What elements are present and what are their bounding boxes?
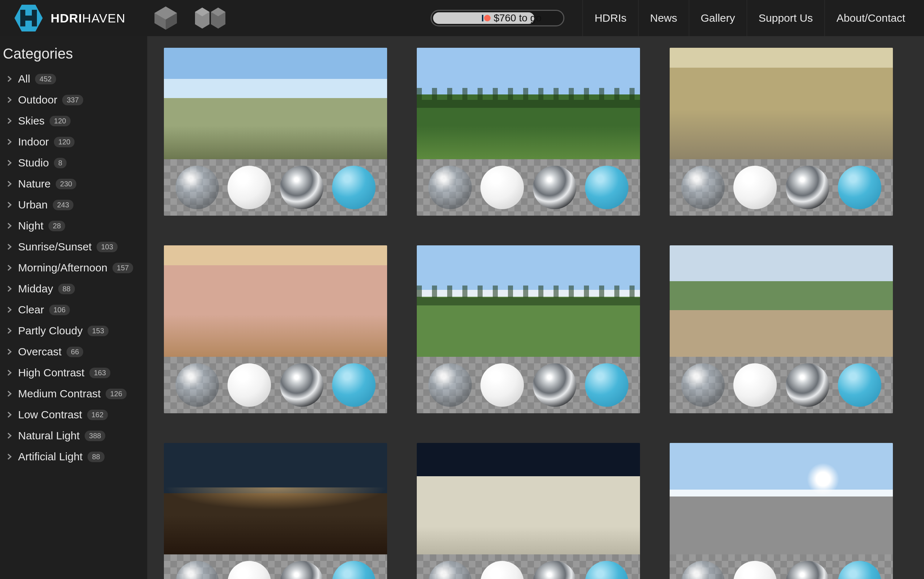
category-natural-light[interactable]: Natural Light388: [2, 425, 147, 446]
sphere-chrome: [533, 363, 576, 407]
sphere-diffuse: [733, 561, 777, 579]
hdri-card[interactable]: [670, 245, 893, 413]
category-all[interactable]: All452: [2, 69, 147, 89]
render-spheres: [164, 357, 387, 413]
hdri-card[interactable]: [164, 245, 387, 413]
chevron-right-icon: [6, 94, 13, 106]
patreon-icon: [484, 15, 491, 21]
sphere-chrome: [786, 561, 829, 579]
funding-progress[interactable]: $760 to go: [431, 10, 564, 26]
category-partly-cloudy[interactable]: Partly Cloudy153: [2, 320, 147, 341]
render-spheres: [670, 554, 893, 579]
category-count-badge: 8: [54, 158, 67, 168]
sphere-chrome: [533, 561, 576, 579]
category-count-badge: 162: [87, 410, 108, 420]
header: HDRIHAVEN $760 to go HDRIs: [0, 0, 924, 36]
sphere-chrome: [280, 166, 323, 209]
category-label: Medium Contrast: [18, 388, 101, 400]
category-count-badge: 157: [113, 263, 133, 273]
render-spheres: [670, 159, 893, 216]
sphere-glass: [428, 166, 472, 209]
main-nav: HDRIs News Gallery Support Us About/Cont…: [583, 0, 917, 36]
category-skies[interactable]: Skies120: [2, 110, 147, 131]
chevron-right-icon: [6, 115, 13, 127]
render-spheres: [417, 159, 640, 216]
chevron-right-icon: [6, 345, 13, 358]
nav-hdris[interactable]: HDRIs: [583, 0, 638, 36]
category-morning-afternoon[interactable]: Morning/Afternoon157: [2, 257, 147, 278]
render-spheres: [670, 357, 893, 413]
category-medium-contrast[interactable]: Medium Contrast126: [2, 383, 147, 404]
category-outdoor[interactable]: Outdoor337: [2, 89, 147, 110]
category-sunrise-sunset[interactable]: Sunrise/Sunset103: [2, 236, 147, 257]
hdri-thumbnail: [164, 443, 387, 554]
category-urban[interactable]: Urban243: [2, 194, 147, 215]
category-count-badge: 106: [49, 305, 70, 315]
category-studio[interactable]: Studio8: [2, 152, 147, 173]
logo-icon: [15, 5, 43, 31]
category-label: Urban: [18, 199, 48, 211]
category-count-badge: 120: [49, 116, 70, 126]
hdri-card[interactable]: [164, 443, 387, 579]
hdri-card[interactable]: [417, 245, 640, 413]
category-count-badge: 452: [35, 74, 56, 84]
category-clear[interactable]: Clear106: [2, 299, 147, 320]
hdri-thumbnail: [417, 245, 640, 357]
category-label: Outdoor: [18, 94, 57, 106]
category-label: Clear: [18, 304, 44, 316]
sphere-glass: [681, 561, 725, 579]
category-overcast[interactable]: Overcast66: [2, 341, 147, 362]
category-night[interactable]: Night28: [2, 215, 147, 236]
hdri-thumbnail: [164, 48, 387, 159]
sphere-chrome: [280, 561, 323, 579]
sphere-glass: [428, 561, 472, 579]
sidebar-title: Categories: [2, 43, 147, 69]
nav-support-us[interactable]: Support Us: [747, 0, 824, 36]
category-count-badge: 388: [85, 431, 105, 441]
nav-about-contact[interactable]: About/Contact: [824, 0, 917, 36]
sphere-diffuse: [733, 363, 777, 407]
category-count-badge: 153: [88, 325, 108, 336]
hdri-card[interactable]: [164, 48, 387, 216]
sphere-diffuse: [228, 561, 271, 579]
logo-text: HDRIHAVEN: [51, 11, 126, 25]
nav-news[interactable]: News: [638, 0, 689, 36]
hdri-card[interactable]: [417, 443, 640, 579]
sphere-glass: [681, 166, 725, 209]
category-midday[interactable]: Midday88: [2, 278, 147, 299]
category-count-badge: 243: [53, 200, 73, 210]
nav-gallery[interactable]: Gallery: [689, 0, 747, 36]
hdri-card[interactable]: [670, 48, 893, 216]
category-high-contrast[interactable]: High Contrast163: [2, 362, 147, 383]
category-count-badge: 163: [89, 368, 110, 378]
funding-progress-label: $760 to go: [484, 12, 541, 24]
affiliate-icons: [155, 7, 225, 29]
render-spheres: [417, 554, 640, 579]
chevron-right-icon: [6, 136, 13, 148]
category-label: Midday: [18, 283, 53, 295]
chevron-right-icon: [6, 366, 13, 379]
texture-haven-icon[interactable]: [155, 7, 177, 29]
sphere-chrome: [786, 363, 829, 407]
hdri-card[interactable]: [670, 443, 893, 579]
category-nature[interactable]: Nature230: [2, 173, 147, 194]
category-count-badge: 88: [88, 451, 104, 462]
hdri-card[interactable]: [417, 48, 640, 216]
category-low-contrast[interactable]: Low Contrast162: [2, 404, 147, 425]
category-artificial-light[interactable]: Artificial Light88: [2, 446, 147, 467]
logo[interactable]: HDRIHAVEN: [15, 5, 126, 31]
render-spheres: [417, 357, 640, 413]
chevron-right-icon: [6, 178, 13, 190]
svg-rect-3: [20, 16, 37, 21]
sphere-diffuse: [733, 166, 777, 209]
sphere-diffuse: [480, 561, 524, 579]
model-haven-icon[interactable]: [195, 8, 225, 29]
chevron-right-icon: [6, 409, 13, 421]
category-label: Indoor: [18, 136, 49, 148]
render-spheres: [164, 159, 387, 216]
chevron-right-icon: [6, 262, 13, 274]
category-indoor[interactable]: Indoor120: [2, 131, 147, 152]
category-count-badge: 88: [58, 284, 75, 294]
sphere-glass: [428, 363, 472, 407]
sphere-diffuse: [228, 363, 271, 407]
